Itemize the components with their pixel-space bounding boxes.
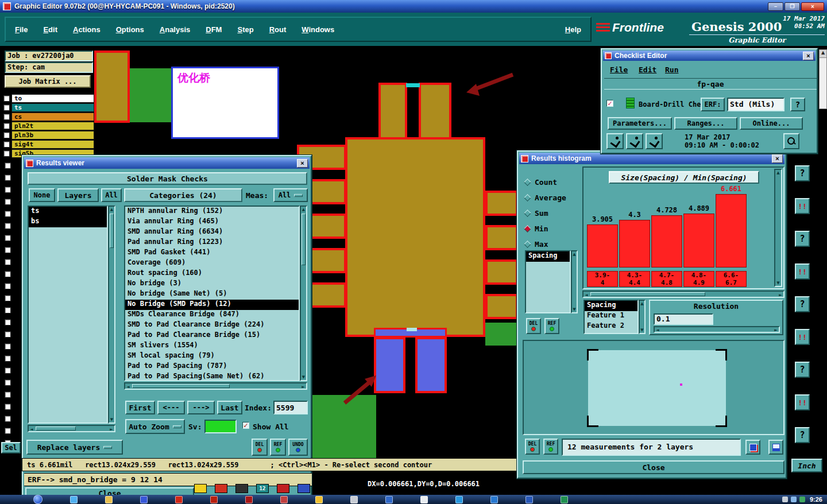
rv-category-item[interactable]: NPTH annular Ring (152) <box>125 207 299 217</box>
rail-alert-button[interactable]: !! <box>795 394 810 410</box>
layer-checkbox[interactable] <box>5 331 11 338</box>
media-icon[interactable] <box>455 496 463 503</box>
checklist-close-icon[interactable]: × <box>803 52 814 60</box>
zoom-to-result-button[interactable] <box>783 133 799 149</box>
hist-chart-vscrollbar[interactable]: ▲▼ <box>774 169 782 287</box>
count-icon[interactable]: 12 <box>256 484 269 493</box>
layer-checkbox[interactable] <box>3 95 10 102</box>
layer-name[interactable]: sig4t <box>11 140 94 149</box>
rv-category-item[interactable]: Rout spacing (160) <box>125 269 299 279</box>
hist-feature-item[interactable]: Spacing <box>585 301 637 311</box>
rv-category-item[interactable]: Pad to Pad Spacing (787) <box>125 362 299 372</box>
layer-checkbox[interactable] <box>5 211 11 217</box>
layer-checkbox[interactable] <box>5 223 11 229</box>
rail-help-button[interactable]: ? <box>795 231 810 247</box>
layer-checkbox[interactable] <box>5 175 11 181</box>
layer-row[interactable]: to <box>3 94 94 103</box>
rv-category-item[interactable]: SMDs Clearance Bridge (847) <box>125 310 299 320</box>
rv-category-item[interactable]: SMD Pad Gasket (441) <box>125 248 299 258</box>
histogram-close-button[interactable]: Close <box>523 460 785 474</box>
histogram-titlebar[interactable]: Results histogram × <box>519 153 785 164</box>
rail-help-button[interactable]: ? <box>795 165 810 181</box>
rv-category-item[interactable]: No bridge (3) <box>125 279 299 289</box>
checklist-titlebar[interactable]: Checklist Editor × <box>603 51 816 61</box>
layer-checkbox[interactable] <box>5 307 11 313</box>
layer-checkbox[interactable] <box>5 295 11 301</box>
hist-feature-list[interactable]: SpacingFeature 1Feature 2 <box>583 300 639 334</box>
parameters-button[interactable]: Parameters... <box>608 117 672 130</box>
network-icon[interactable] <box>791 497 797 502</box>
hist-delete-button[interactable]: DEL <box>526 318 541 334</box>
layer-checkbox[interactable] <box>5 235 11 241</box>
layer-checkbox[interactable] <box>5 367 11 374</box>
layer-checkbox[interactable] <box>3 114 10 120</box>
layer-checkbox[interactable] <box>5 428 11 434</box>
resolution-value[interactable]: 0.1 <box>654 313 713 325</box>
rv-layer-list[interactable]: tsbs <box>28 206 108 424</box>
export-grid-button[interactable] <box>768 440 783 455</box>
rv-category-item[interactable]: Pad to Pad Spacing(Same Net) (62) <box>125 372 299 381</box>
hist-reference-button2[interactable]: REF <box>543 439 558 455</box>
next-button[interactable]: ---> <box>187 401 215 414</box>
sv-color-swatch[interactable] <box>204 420 237 433</box>
rail-alert-button[interactable]: !! <box>795 263 810 280</box>
delete-result-button[interactable]: DEL <box>252 439 268 456</box>
filter-none-button[interactable]: None <box>29 188 55 202</box>
layer-checkbox[interactable] <box>3 150 10 157</box>
rv-layer-hscrollbar[interactable]: ◄► <box>28 425 115 432</box>
meas-dropdown[interactable]: All <box>273 188 308 202</box>
first-button[interactable]: First <box>125 401 155 414</box>
layer-row[interactable]: pln3b <box>3 130 94 139</box>
menu-options[interactable]: Options <box>116 25 144 34</box>
hist-delete-button2[interactable]: DEL <box>525 439 540 455</box>
menu-file[interactable]: File <box>15 25 28 34</box>
rv-category-item[interactable]: Coverage (609) <box>125 258 299 269</box>
reference-result-button[interactable]: REF <box>270 439 286 456</box>
menu-help[interactable]: Help <box>565 25 581 34</box>
pdf-icon[interactable] <box>210 496 218 503</box>
results-viewer-titlebar[interactable]: Results viewer × <box>24 157 310 169</box>
menu-analysis[interactable]: Analysis <box>160 25 190 34</box>
layer-checkbox[interactable] <box>5 319 11 325</box>
hist-reference-button[interactable]: REF <box>544 318 559 334</box>
filter-all-button[interactable]: All <box>101 188 122 202</box>
gray-app-icon[interactable] <box>350 496 358 503</box>
rv-category-item[interactable]: SMD annular Ring (6634) <box>125 227 299 238</box>
rail-help-button[interactable]: ? <box>795 362 810 378</box>
cam-icon[interactable] <box>280 496 288 503</box>
job-matrix-button[interactable]: Job Matrix ... <box>5 75 91 88</box>
hist-feature-scrollbar[interactable]: ▲▼ <box>639 300 646 334</box>
rv-category-list[interactable]: NPTH annular Ring (152)Via annular Ring … <box>124 206 300 381</box>
stat-max[interactable]: Max <box>523 237 580 252</box>
run-action-button[interactable] <box>606 133 624 149</box>
layer-checkbox[interactable] <box>5 391 11 398</box>
volume-icon[interactable] <box>782 497 788 502</box>
checklist-menu-file[interactable]: File <box>610 65 628 74</box>
word-icon[interactable] <box>525 496 533 503</box>
resolution-scrollbar[interactable]: ◄► <box>654 326 780 333</box>
layer-checkbox[interactable] <box>3 132 10 138</box>
checklist-help-button[interactable]: ? <box>790 98 805 111</box>
layer-checkbox[interactable] <box>5 404 11 410</box>
erf-button[interactable]: ERF: <box>701 98 725 111</box>
maximize-button[interactable]: ❐ <box>785 2 800 11</box>
minimize-button[interactable]: – <box>768 2 783 11</box>
histogram-icon[interactable] <box>297 484 310 493</box>
excel-icon[interactable] <box>561 496 568 503</box>
layer-checkbox[interactable] <box>5 379 11 386</box>
layer-checkbox[interactable] <box>3 123 10 129</box>
hist-feature-item[interactable]: Feature 2 <box>585 321 637 332</box>
save-icon[interactable] <box>140 496 148 503</box>
layer-row[interactable]: sig4t <box>3 139 94 149</box>
online-button[interactable]: Online... <box>740 117 803 130</box>
layer-checkbox[interactable] <box>5 271 11 277</box>
ranges-button[interactable]: Ranges... <box>674 117 737 130</box>
layer-checkbox[interactable] <box>5 355 11 362</box>
checklist-menu-edit[interactable]: Edit <box>639 65 656 74</box>
layer-checkbox[interactable] <box>5 199 11 205</box>
layer-checkbox[interactable] <box>5 416 11 422</box>
layer-name[interactable]: to <box>11 94 94 103</box>
rail-help-button[interactable]: ? <box>795 427 810 443</box>
layer-checkbox[interactable] <box>5 259 11 265</box>
rv-category-item[interactable]: Pad annular Ring (1223) <box>125 238 299 248</box>
